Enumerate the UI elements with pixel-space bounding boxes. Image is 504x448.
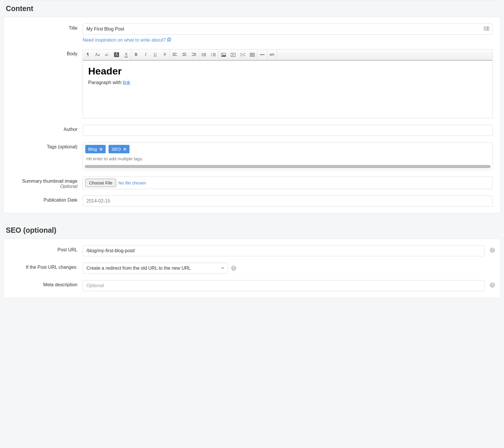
post-url-label: Post URL [11,245,83,253]
tag-text: SEO [111,147,121,152]
align-right-icon[interactable] [189,49,199,60]
title-label: Title [11,24,83,31]
strikethrough-icon[interactable]: T [160,49,170,60]
svg-point-19 [202,54,203,55]
svg-rect-32 [250,53,254,56]
svg-rect-5 [487,29,488,30]
seo-section-header: SEO (optional) [3,222,501,239]
form-icon[interactable] [484,26,489,32]
tags-help-text: Hit enter to add multiple tags. [85,156,490,161]
editor-inline-link[interactable]: link [123,80,130,85]
external-link-icon [167,38,171,43]
meta-desc-input[interactable] [83,280,485,291]
video-icon[interactable] [228,49,238,60]
title-input[interactable] [83,24,493,35]
help-icon[interactable]: ? [490,282,495,288]
help-icon[interactable]: ? [231,266,236,271]
svg-rect-4 [487,27,488,28]
editor-heading: Header [88,65,487,77]
help-icon[interactable]: ? [490,248,495,253]
tag-chip: SEO✕ [109,145,129,153]
line-height-icon[interactable]: a↕ [102,49,112,60]
thumbnail-label: Summary thumbnail image Optional [11,177,83,189]
paragraph-icon[interactable]: ¶ [83,49,93,60]
pubdate-input[interactable] [83,195,493,207]
code-icon[interactable]: </> [267,49,277,60]
content-section-header: Content [3,0,501,17]
tag-remove-icon[interactable]: ✕ [123,147,127,152]
scrollbar[interactable] [85,165,491,168]
svg-point-21 [202,56,203,56]
underline-icon[interactable]: U [150,49,160,60]
inspiration-link-text: Need inspiration on what to write about? [83,38,166,43]
align-left-icon[interactable] [170,49,180,60]
italic-icon[interactable]: I [141,49,150,60]
thumbnail-sublabel: Optional [11,184,77,189]
text-color-icon[interactable]: A [121,49,131,60]
body-editor[interactable]: Header Paragraph with link [83,60,493,118]
horizontal-rule-icon[interactable] [257,49,267,60]
inspiration-link[interactable]: Need inspiration on what to write about? [83,38,171,43]
post-url-input[interactable] [83,245,485,256]
meta-desc-label: Meta description [11,280,83,287]
url-change-select[interactable]: Create a redirect from the old URL to th… [83,263,228,274]
table-icon[interactable] [247,49,257,60]
body-label: Body [11,49,83,56]
svg-rect-7 [168,38,171,40]
link-icon[interactable] [238,49,247,60]
svg-point-30 [222,54,223,54]
tag-remove-icon[interactable]: ✕ [99,147,103,152]
font-case-icon[interactable]: Aa [93,49,102,60]
editor-paragraph: Paragraph with link [88,80,487,86]
author-input[interactable] [83,125,493,136]
tags-label: Tags (optional) [11,142,83,150]
seo-panel: Post URL ? If the Post URL changes: Crea… [3,239,501,298]
content-panel: Title Need inspiration on what to write … [3,17,501,213]
unordered-list-icon[interactable] [199,49,209,60]
pubdate-label: Publication Date [11,195,83,203]
ordered-list-icon[interactable] [209,49,218,60]
editor-toolbar: ¶ Aa a↕ A A B I U T [83,49,493,60]
tag-chip: Blog✕ [85,145,106,153]
align-center-icon[interactable] [180,49,189,60]
url-change-label: If the Post URL changes: [11,263,83,270]
svg-point-17 [202,53,203,54]
url-change-selected: Create a redirect from the old URL to th… [86,266,191,271]
choose-file-button[interactable]: Choose File [85,179,116,187]
author-label: Author [11,125,83,132]
chevron-down-icon [221,266,224,271]
file-status-text: No file chosen [118,180,146,185]
image-icon[interactable] [219,49,228,60]
bold-icon[interactable]: B [131,49,141,60]
highlight-icon[interactable]: A [112,49,121,60]
tags-input[interactable]: Blog✕ SEO✕ Hit enter to add multiple tag… [83,142,493,170]
svg-rect-6 [167,39,170,41]
tag-text: Blog [88,147,97,152]
